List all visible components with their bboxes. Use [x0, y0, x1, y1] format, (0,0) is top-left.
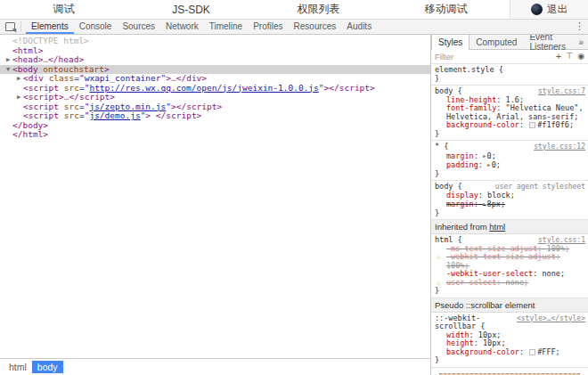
property-value: none; [506, 278, 529, 287]
collapse-arrow-icon[interactable]: ▶ [14, 74, 23, 84]
property-value: 10px; [483, 338, 506, 347]
styles-filter-input[interactable] [435, 52, 551, 61]
tree-line[interactable]: </html> [0, 130, 430, 140]
property-name: padding [446, 160, 478, 169]
property-value: 100%; [547, 244, 570, 253]
rule-close-brace: } [435, 209, 585, 218]
collapse-arrow-icon[interactable]: ▶ [14, 93, 23, 102]
inspect-element-icon[interactable] [5, 22, 15, 31]
style-rule: style.css:7body {line-height: 1.6;font-f… [431, 86, 588, 141]
devtools-tab-network[interactable]: Network [160, 20, 204, 34]
styles-section-header: Inherited from html [431, 220, 588, 234]
new-style-rule-icon[interactable]: + [556, 52, 561, 61]
rule-selector[interactable]: element.style { [435, 66, 585, 75]
toggle-element-state-icon[interactable]: ◉ [577, 53, 584, 61]
user-avatar [531, 4, 543, 15]
tree-line[interactable]: <!DOCTYPE html> [0, 37, 430, 46]
style-property[interactable]: ⚠-webkit-text-size-adjust: 100%; [435, 253, 585, 270]
selector-text: element.style { [435, 65, 503, 74]
rule-source-link[interactable]: style.css:12 [534, 143, 585, 151]
property-name: font-family [446, 103, 496, 112]
property-value: 0; [492, 160, 501, 169]
syntax-punctuation: > [78, 54, 84, 64]
devtools-main: <!DOCTYPE html><html>▶<head>…</head>▼<bo… [0, 35, 588, 375]
pin-icon[interactable]: ⊤ [566, 53, 573, 61]
rule-source-link[interactable]: style.css:7 [538, 87, 585, 96]
syntax-punctuation: </ [176, 73, 186, 83]
warning-icon: ⚠ [437, 253, 441, 262]
color-swatch[interactable] [529, 122, 535, 128]
tag-name: script [166, 110, 196, 120]
style-property[interactable]: margin: ▶0; [435, 151, 585, 161]
site-nav-tab-1[interactable]: JS-SDK [127, 0, 255, 19]
selector-text: body { [435, 86, 462, 95]
resource-link[interactable]: js/demo.js [89, 110, 140, 120]
resource-link[interactable]: http://res.wx.qq.com/open/js/jweixin-1.0… [89, 83, 318, 93]
breadcrumb-body[interactable]: body [32, 361, 63, 373]
style-property[interactable]: margin: ▶8px; [435, 200, 585, 209]
inherited-from-link[interactable]: html [489, 222, 505, 232]
property-name: width [446, 330, 470, 339]
sidebar-tab-computed[interactable]: Computed [470, 35, 523, 49]
expand-shorthand-icon[interactable]: ▶ [483, 200, 486, 207]
site-nav-tab-2[interactable]: 权限列表 [255, 0, 382, 19]
tag-name: script [29, 92, 59, 102]
selector-text: * { [435, 142, 448, 151]
rule-close-brace: } [435, 170, 585, 179]
devtools-tab-audits[interactable]: Audits [341, 20, 377, 34]
user-box[interactable]: 退出 [510, 0, 588, 19]
devtools-tab-console[interactable]: Console [74, 20, 118, 34]
collapse-arrow-icon[interactable]: ▶ [4, 55, 12, 65]
devtools-tab-profiles[interactable]: Profiles [248, 20, 288, 34]
tag-name: html [18, 45, 38, 55]
syntax-punctuation: </ [156, 110, 166, 120]
devtools-tab-sources[interactable]: Sources [117, 20, 160, 34]
property-name: line-height [446, 95, 496, 104]
property-value: #FFF; [537, 347, 560, 356]
property-name: background-color [446, 120, 519, 129]
logout-button[interactable]: 退出 [547, 3, 568, 16]
styles-section-header: Pseudo ::scrollbar element [431, 298, 588, 313]
style-property[interactable]: background-color: #FFF; [435, 348, 585, 357]
expand-shorthand-icon[interactable]: ▶ [487, 161, 491, 167]
selector-text: body { [435, 182, 462, 191]
site-nav-tab-0[interactable]: 调试 [0, 0, 127, 19]
style-rules: element.style {}style.css:7body {line-he… [431, 64, 588, 368]
sidebar-tab-styles[interactable]: Styles [431, 35, 470, 50]
style-property[interactable]: padding: ▶0; [435, 160, 585, 170]
property-name: display [446, 191, 478, 200]
expand-shorthand-icon[interactable]: ▶ [483, 152, 486, 159]
toolbar-divider [20, 21, 21, 32]
color-swatch[interactable] [529, 349, 535, 355]
breadcrumb-html[interactable]: html [4, 361, 32, 373]
tree-line[interactable]: </body> [0, 121, 430, 131]
devtools-tab-resources[interactable]: Resources [289, 20, 342, 34]
devtools-tab-elements[interactable]: Elements [26, 20, 74, 34]
site-nav-tab-3[interactable]: 移动调试 [382, 0, 510, 19]
property-value: 8px; [487, 200, 505, 208]
devtools-tab-timeline[interactable]: Timeline [204, 20, 248, 34]
rule-source-link[interactable]: <style>…</style> [517, 314, 585, 323]
syntax-punctuation: > [38, 45, 44, 55]
more-tabs-icon[interactable]: » [574, 35, 588, 49]
style-property[interactable]: ⚠user-select: none; [435, 279, 585, 288]
site-nav-tabs: 调试JS-SDK权限列表移动调试 [0, 0, 510, 19]
sidebar-tab-event-listeners[interactable]: Event Listeners [523, 35, 574, 49]
property-name: -webkit-text-size-adjust [446, 252, 556, 261]
attribute-quote: =" [79, 102, 89, 111]
devtools-tabs: ElementsConsoleSourcesNetworkTimelinePro… [26, 20, 377, 34]
rule-close-brace: } [435, 130, 585, 139]
dom-tree: <!DOCTYPE html><html>▶<head>…</head>▼<bo… [0, 35, 430, 358]
tree-line[interactable]: <script src="js/demo.js"> </script> [0, 111, 430, 121]
tag-name: div [29, 73, 44, 83]
style-property[interactable]: display: block; [435, 192, 585, 200]
expand-arrow-icon[interactable]: ▼ [4, 65, 12, 75]
style-property[interactable]: background-color: #f1f0f6; [435, 121, 585, 130]
resource-link[interactable]: js/zepto.min.js [89, 102, 166, 111]
site-top-nav: 调试JS-SDK权限列表移动调试 退出 [0, 0, 588, 20]
syntax-punctuation: > [201, 73, 207, 83]
syntax-punctuation: </ [69, 92, 79, 102]
property-value: none; [542, 269, 565, 278]
devtools-menu-icon[interactable]: ⋮ [575, 20, 584, 32]
style-property[interactable]: font-family: "Helvetica Neue", Helvetica… [435, 104, 585, 121]
